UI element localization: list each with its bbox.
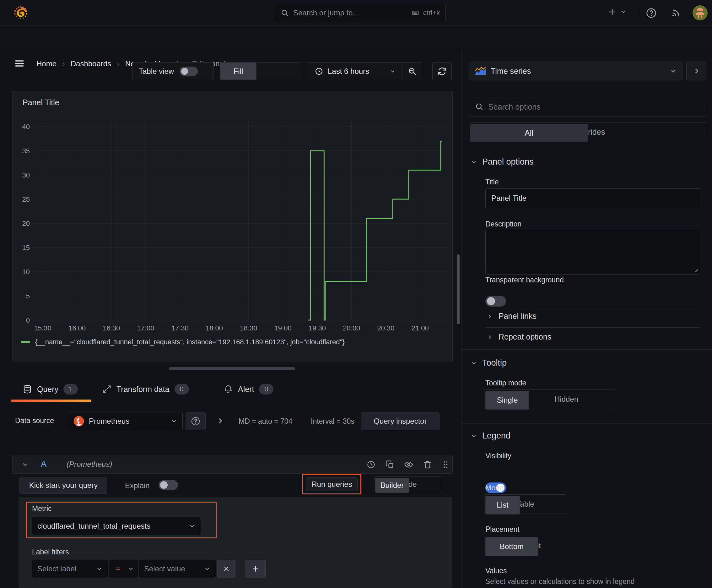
fill-option[interactable]: Fill — [220, 63, 257, 80]
chart-svg[interactable]: 15:3016:0016:3017:0017:3018:0018:3019:00… — [13, 91, 452, 362]
operator-dropdown[interactable]: = — [109, 560, 138, 578]
tab-query[interactable]: Query 1 — [23, 384, 78, 395]
query-ref-id[interactable]: A — [41, 459, 46, 469]
search-input[interactable] — [293, 8, 406, 17]
tab-transform-label: Transform data — [116, 385, 170, 394]
query-help-icon[interactable] — [367, 460, 375, 469]
panel-title-input[interactable] — [486, 188, 700, 208]
explain-toggle[interactable] — [158, 480, 178, 490]
chevron-down-icon — [470, 433, 477, 439]
repeat-options-section[interactable]: Repeat options — [487, 332, 551, 341]
series-label[interactable]: {__name__="cloudflared_tunnel_total_requ… — [35, 338, 345, 346]
panel-links-section[interactable]: Panel links — [487, 312, 537, 321]
legend-section[interactable]: Legend — [470, 431, 511, 441]
chevron-down-icon — [189, 523, 196, 530]
tooltip-hidden-option[interactable]: Hidden — [519, 391, 614, 408]
zoom-out-button[interactable] — [403, 63, 422, 80]
grafana-logo-icon[interactable] — [13, 5, 29, 21]
kick-start-query-button[interactable]: Kick start your query — [19, 477, 107, 494]
add-filter-button[interactable] — [245, 560, 265, 578]
max-data-points-stat: MD = auto = 704 — [239, 417, 292, 426]
description-label: Description — [486, 220, 521, 228]
keyboard-icon — [411, 9, 420, 17]
collapse-query-icon[interactable] — [21, 461, 29, 468]
legend-mode-label: Mode — [486, 484, 503, 492]
menu-icon[interactable] — [14, 58, 25, 68]
placement-bottom-option[interactable]: Bottom — [486, 537, 538, 556]
run-queries-button[interactable]: Run queries — [306, 478, 358, 491]
hide-query-icon[interactable] — [404, 460, 413, 469]
all-overrides-tabs: All Overrides — [469, 123, 707, 141]
breadcrumb-dashboards[interactable]: Dashboards — [71, 59, 111, 68]
svg-text:15: 15 — [22, 244, 30, 252]
svg-text:5: 5 — [26, 292, 30, 300]
legend-mode-switch: List Table — [484, 495, 566, 514]
options-search[interactable] — [469, 97, 707, 117]
refresh-icon — [437, 67, 447, 76]
time-range-label: Last 6 hours — [328, 67, 369, 76]
panel-resize-handle[interactable] — [169, 367, 295, 370]
metric-select[interactable]: cloudflared_tunnel_total_requests — [32, 517, 201, 535]
grafana-edit-panel-page: ctrl+k Home› Dashboards› New dashboard› — [0, 0, 712, 588]
datasource-name: Prometheus — [89, 417, 166, 426]
chart-panel: Panel Title 15:3016:0016:3017:0017:3018:… — [12, 91, 453, 362]
time-range-control: Last 6 hours — [308, 62, 422, 80]
select-label-dropdown[interactable]: Select label — [32, 560, 108, 578]
datasource-help-button[interactable] — [186, 412, 206, 430]
duplicate-query-icon[interactable] — [386, 460, 394, 469]
expand-options-icon[interactable] — [216, 417, 225, 425]
description-textarea[interactable] — [486, 230, 700, 275]
search-icon — [281, 9, 289, 17]
search-icon — [475, 102, 484, 111]
svg-text:19:30: 19:30 — [308, 324, 326, 332]
query-inspector-button[interactable]: Query inspector — [361, 412, 439, 430]
chevron-down-icon — [470, 360, 477, 366]
tab-alert[interactable]: Alert 0 — [223, 384, 274, 395]
legend-list-option[interactable]: List — [486, 496, 520, 514]
svg-text:20:00: 20:00 — [343, 324, 360, 332]
legend-placement-label: Placement — [486, 525, 520, 534]
close-icon — [222, 565, 230, 573]
toggle-options-pane-button[interactable] — [686, 62, 707, 80]
title-label: Title — [486, 178, 499, 186]
visualization-picker[interactable]: Time series — [469, 62, 683, 80]
news-rss-icon[interactable] — [671, 8, 681, 18]
tab-transform-data[interactable]: Transform data 0 — [102, 384, 189, 395]
legend-placement-switch: Bottom Right — [484, 536, 580, 555]
breadcrumb-home[interactable]: Home — [37, 59, 57, 68]
tooltip-single-option[interactable]: Single — [486, 391, 529, 410]
panel-options-section[interactable]: Panel options — [470, 157, 534, 167]
tooltip-section[interactable]: Tooltip — [470, 358, 507, 368]
options-search-input[interactable] — [488, 102, 701, 111]
active-tab-indicator — [11, 400, 91, 402]
delete-query-icon[interactable] — [423, 460, 432, 469]
new-dropdown-button[interactable] — [607, 7, 627, 17]
remove-filter-button[interactable] — [217, 560, 235, 578]
alert-count-badge: 0 — [259, 384, 274, 395]
resize-corner-icon[interactable] — [692, 267, 698, 273]
bell-icon — [223, 384, 233, 394]
svg-text:30: 30 — [22, 171, 30, 179]
table-view-toggle[interactable] — [179, 67, 198, 76]
refresh-button[interactable] — [432, 62, 452, 80]
builder-option[interactable]: Builder — [375, 478, 409, 493]
help-icon[interactable] — [645, 7, 657, 19]
user-avatar[interactable] — [693, 5, 708, 20]
drag-handle-icon[interactable] — [441, 460, 450, 469]
chevron-down-icon — [390, 68, 396, 75]
tab-all[interactable]: All — [470, 124, 588, 142]
section-divider — [462, 423, 712, 424]
transparent-background-toggle[interactable] — [486, 296, 506, 307]
tab-alert-label: Alert — [238, 385, 254, 394]
vertical-scrollbar[interactable] — [457, 254, 459, 324]
global-search[interactable]: ctrl+k — [275, 4, 446, 22]
svg-text:0: 0 — [26, 316, 30, 324]
svg-text:19:00: 19:00 — [274, 324, 292, 332]
divider — [486, 306, 700, 306]
datasource-picker[interactable]: Prometheus — [68, 412, 183, 430]
breadcrumb-separator: › — [62, 59, 65, 69]
time-range-picker[interactable]: Last 6 hours — [308, 67, 402, 76]
query-row-header[interactable]: A (Prometheus) — [12, 455, 453, 474]
chart-legend[interactable]: {__name__="cloudflared_tunnel_total_requ… — [21, 338, 345, 346]
select-value-dropdown[interactable]: Select value — [139, 560, 216, 578]
